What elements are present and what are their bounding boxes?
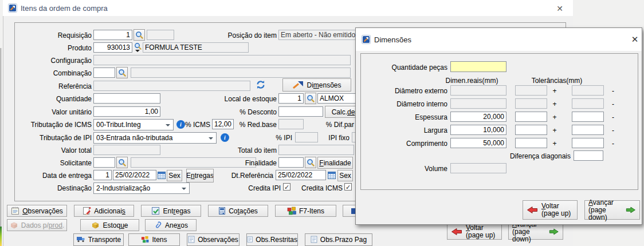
dif-par-label: % Dif.par (316, 120, 354, 129)
largura-tol-minus-input[interactable] (572, 125, 604, 135)
f7-itens-button[interactable]: F7-Itens (275, 205, 336, 217)
refresh-icon[interactable] (256, 80, 266, 90)
dt-referencia-calendar-icon[interactable] (328, 171, 336, 179)
trib-ipi-select[interactable]: 03-Entrada não-tributada (93, 132, 217, 144)
finalidade-button[interactable]: Finalidade (317, 157, 353, 169)
background-icon-fragment (0, 227, 2, 246)
produto-code-input[interactable]: 930013 (93, 42, 132, 53)
main-voltar-sub: (page up) (466, 232, 495, 239)
comprimento-tol-plus-input[interactable] (515, 138, 547, 148)
magnifier-icon (135, 31, 143, 39)
main-avancar-sub: (page down) (512, 228, 545, 243)
data-entrega-label: Data de entrega (11, 171, 92, 180)
data-entrega-calendar-icon[interactable] (158, 171, 166, 179)
requisicao-input[interactable]: 1 (93, 30, 132, 40)
cotacoes-button[interactable]: Cotações (208, 205, 268, 217)
tab-itens[interactable]: Itens (128, 233, 180, 246)
minus-sign: - (610, 100, 616, 109)
arrow-left-icon (451, 228, 462, 236)
trib-icms-select[interactable]: 00-Tribut.Integ (93, 119, 174, 130)
largura-tol-plus-input[interactable] (515, 125, 547, 135)
tab-obs-prazo-pag[interactable]: Obs.Prazo Pag (305, 233, 372, 246)
combinacao-search-button[interactable] (116, 67, 128, 78)
dt-referencia-input[interactable]: 25/02/2022 (276, 170, 326, 180)
dimensoes-voltar-button[interactable]: Voltar(page up) (523, 200, 578, 220)
largura-input[interactable]: 10,000 (450, 125, 506, 135)
chevron-down-icon (209, 137, 213, 142)
espessura-input[interactable]: 20,000 (450, 112, 506, 122)
comprimento-input[interactable]: 50,000 (450, 138, 506, 148)
red-base-field (278, 119, 304, 129)
combinacao-input[interactable] (93, 68, 115, 78)
produto-label: Produto (11, 43, 92, 53)
credita-ipi-checkbox[interactable]: ✓ (283, 183, 290, 191)
qtd-pecas-input[interactable] (450, 61, 506, 72)
configuracao-label: Configuração (11, 56, 92, 65)
requisicao-search-button[interactable] (133, 29, 145, 41)
valor-unitario-input[interactable]: 1,00 (93, 106, 160, 117)
espessura-tol-plus-input[interactable] (515, 112, 547, 122)
data-entrega-date-input[interactable]: 25/02/2022 (113, 170, 156, 180)
espessura-label: Espessura (367, 113, 447, 122)
local-estoque-search-button[interactable] (305, 93, 316, 104)
credita-icms-checkbox[interactable]: ✓ (344, 183, 352, 191)
main-voltar-button[interactable]: Voltar(page up) (447, 224, 502, 240)
quantidade-input[interactable] (93, 93, 160, 104)
local-estoque-input[interactable]: 1 (278, 93, 304, 104)
main-avancar-button[interactable]: Avançar(page down) (508, 224, 563, 240)
espessura-tol-minus-input[interactable] (572, 112, 604, 122)
tab-obs-restritas[interactable]: Obs.Restritas (246, 233, 298, 246)
partial-hidden-button[interactable] (343, 205, 356, 217)
dif-diagonais-input[interactable] (574, 150, 603, 161)
tab-transporte[interactable]: Transporte (73, 233, 124, 246)
data-entrega-seq-input[interactable]: 1 (93, 170, 112, 180)
produto-desc-field: FORMULA TESTE (143, 42, 249, 53)
finalidade-input[interactable] (278, 157, 304, 168)
requisicao-aux-field (147, 30, 174, 40)
dimensoes-title: Dimensões (374, 35, 411, 44)
trib-ipi-label: Tributação de IPI (11, 133, 92, 142)
hidden-button-icon (351, 208, 355, 214)
volume-field (450, 163, 506, 173)
diametro-interno-field (450, 98, 506, 109)
plus-sign: + (551, 100, 558, 109)
entregas-button[interactable]: Entregas (141, 205, 201, 217)
solicitante-input[interactable] (93, 157, 115, 168)
solicitante-search-button[interactable] (116, 157, 128, 168)
comprimento-tol-minus-input[interactable] (572, 138, 604, 148)
plus-sign: + (551, 86, 558, 96)
desconto-input[interactable] (278, 106, 323, 117)
quotes-icon (218, 207, 226, 215)
ipi-info-icon[interactable]: i (221, 133, 229, 142)
cubes-icon (141, 236, 149, 243)
icms-info-icon[interactable]: i (176, 120, 185, 129)
produto-search-icon[interactable] (134, 42, 142, 50)
screen: Itens da ordem de compra ✕ Requisição 1 … (0, 0, 644, 246)
red-base-label: % Red.base (206, 120, 277, 129)
referencia-label: Referência (11, 82, 92, 91)
produto-dropdown-icon[interactable] (135, 50, 140, 54)
diametro-externo-tol-minus-field (572, 85, 604, 96)
main-close-icon[interactable]: ✕ (555, 4, 565, 13)
tab-observacoes[interactable]: Observações (187, 233, 239, 246)
total-item-field (278, 145, 354, 155)
tab-observacoes-label: Observações (198, 236, 238, 244)
dimensoes-close-icon[interactable]: ✕ (630, 34, 640, 43)
finalidade-search-button[interactable] (305, 157, 316, 168)
dt-referencia-weekday: Sex (339, 172, 351, 180)
magnifier-icon (307, 158, 315, 166)
trib-icms-value: 00-Tribut.Integ (96, 121, 141, 129)
dimensoes-avancar-sub: (page down) (588, 207, 622, 221)
tab-transporte-label: Transporte (88, 236, 121, 244)
anexos-button[interactable]: Anexos (145, 219, 197, 231)
diametro-externo-tol-plus-field (515, 85, 547, 96)
destinacao-select[interactable]: 2-Industrialização (93, 182, 190, 194)
adicionais-button[interactable]: Adicionais (74, 205, 134, 217)
observacoes-button[interactable]: Observações (7, 205, 67, 217)
page-icon (188, 236, 195, 243)
dimensoes-avancar-button[interactable]: Avançar(page down) (584, 200, 640, 220)
dimensoes-button[interactable]: Dimensões (282, 78, 351, 92)
col-dimen-reais: Dimen.reais(mm) (433, 76, 511, 85)
estoque-button[interactable]: Estoque (80, 219, 139, 231)
solicitante-label: Solicitante (11, 158, 92, 168)
